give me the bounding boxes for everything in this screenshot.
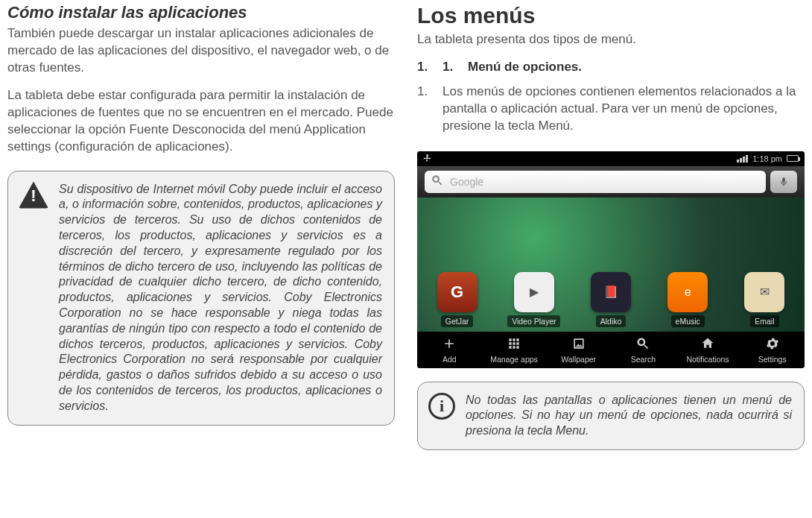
menu-wallpaper-icon [571,336,586,353]
list-item-2-text: Los menús de opciones contienen elemento… [443,83,805,135]
menu-add-icon [442,336,457,353]
menu-label: Notifications [686,355,729,364]
warning-icon [19,182,48,414]
video-player-icon: ▶ [514,272,554,312]
menu-add[interactable]: Add [417,336,482,364]
app-label: Aldiko [596,315,627,327]
search-row: Google [417,166,805,198]
app-getjar[interactable]: GGetJar [423,272,491,327]
getjar-icon: G [437,272,478,312]
menu-search-icon [635,336,650,353]
menu-label: Wallpaper [561,355,596,364]
left-paragraph-2: La tableta debe estar configurada para p… [7,87,395,156]
aldiko-icon: 📕 [591,272,631,312]
right-intro: La tableta presenta dos tipos de menú. [417,31,805,48]
info-callout: i No todas las pantallas o aplicaciones … [417,382,805,450]
menu-settings-icon [765,336,780,353]
menu-wallpaper[interactable]: Wallpaper [546,336,611,364]
email-icon: ✉ [744,272,784,312]
warning-callout: Su dispositivo de Internet móvil Coby pu… [7,171,395,426]
app-label: Video Player [507,315,560,327]
app-video-player[interactable]: ▶Video Player [500,272,568,327]
home-screen: GGetJar▶Video Player📕AldikoeeMusic✉Email [417,198,805,332]
menu-label: Add [443,355,457,364]
app-email[interactable]: ✉Email [731,272,799,327]
left-column: Cómo instalar las aplicaciones También p… [7,3,395,511]
menu-manage-apps-icon [507,336,521,353]
menu-manage-apps[interactable]: Manage apps [482,336,547,364]
battery-icon [787,155,799,162]
tablet-screenshot: 1:18 pm Google GGetJar▶Video Player📕Aldi… [417,151,805,368]
search-box[interactable]: Google [425,171,766,193]
info-text: No todas las pantallas o aplicaciones ti… [466,393,792,439]
status-bar: 1:18 pm [417,151,805,166]
options-menu-bar: AddManage appsWallpaperSearchNotificatio… [417,332,805,368]
list-item-2-num: 1. [417,83,432,135]
right-title: Los menús [417,3,805,28]
list-item-1: 1. 1. Menú de opciones. [417,59,805,76]
app-label: Email [750,315,778,327]
warning-text: Su dispositivo de Internet móvil Coby pu… [59,182,382,414]
list-item-1-text: Menú de opciones. [468,59,582,76]
left-paragraph-1: También puede descargar un instalar apli… [7,25,395,77]
clock: 1:18 pm [752,154,782,163]
wifi-signal-icon [737,155,748,162]
menu-label: Manage apps [490,355,538,364]
search-icon [431,174,444,189]
app-label: GetJar [441,315,474,327]
list-item-2: 1. Los menús de opciones contienen eleme… [417,83,805,135]
menu-label: Search [631,355,656,364]
usb-icon [423,154,432,164]
menu-search[interactable]: Search [611,336,676,364]
menu-notifications[interactable]: Notifications [676,336,740,364]
menu-settings[interactable]: Settings [740,336,805,364]
app-aldiko[interactable]: 📕Aldiko [577,272,644,327]
emusic-icon: e [667,272,708,312]
menu-label: Settings [758,355,787,364]
right-column: Los menús La tableta presenta dos tipos … [417,3,805,511]
voice-search-button[interactable] [770,171,797,193]
left-title: Cómo instalar las aplicaciones [7,3,395,22]
app-emusic[interactable]: eeMusic [654,272,722,327]
numbered-list: 1. 1. Menú de opciones. 1. Los menús de … [417,59,805,142]
list-item-1-num2: 1. [443,59,457,76]
list-item-1-num1: 1. [417,59,432,76]
menu-notifications-icon [700,336,715,353]
info-icon: i [428,393,455,439]
app-label: eMusic [671,315,705,327]
search-placeholder: Google [450,176,483,188]
